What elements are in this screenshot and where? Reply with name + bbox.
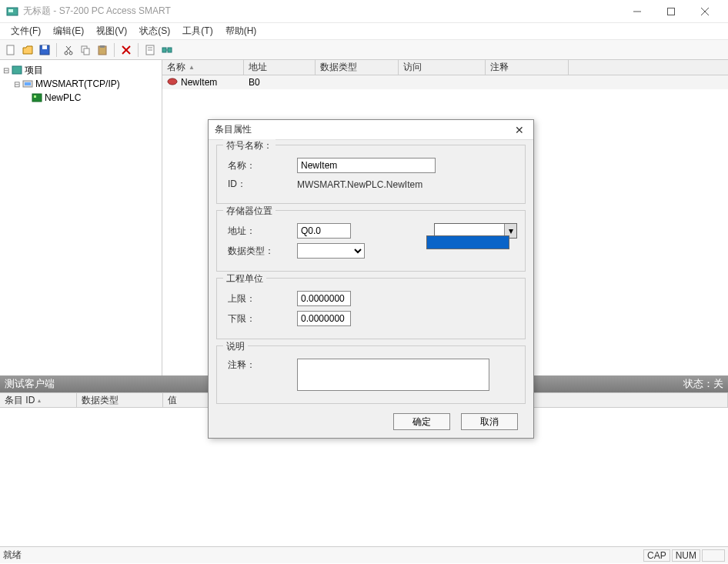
label-name: 名称： [228,159,297,172]
lower-input[interactable] [297,311,351,326]
col-type[interactable]: 数据类型 [316,60,399,75]
tree-node[interactable]: NewPLC [2,91,160,105]
svg-rect-29 [34,95,36,98]
plc-icon [31,92,43,103]
label-lower: 下限： [228,312,297,325]
tree-node[interactable]: ⊟ MWSMART(TCP/IP) [2,77,160,91]
status-indicator [702,549,725,562]
svg-rect-8 [42,45,47,49]
sort-asc-icon: ▴ [38,397,41,404]
group-legend: 说明 [223,340,248,353]
svg-point-10 [69,52,72,55]
svg-rect-22 [162,48,166,52]
item-properties-dialog: 条目属性 ✕ 符号名称： 名称： ID： MWSMART.NewPLC.NewI… [208,119,534,439]
toolbar-separator [138,43,139,57]
svg-rect-3 [668,8,675,15]
grid-header: 名称▲ 地址 数据类型 访问 注释 [162,60,728,75]
device-icon [22,78,34,89]
name-input[interactable] [297,158,436,173]
collapse-icon[interactable]: ⊟ [12,80,22,88]
upper-input[interactable] [297,291,351,306]
label-upper: 上限： [228,292,297,305]
delete-icon[interactable] [119,42,134,58]
sort-asc-icon: ▲ [189,64,195,71]
tree-label: NewPLC [45,92,81,103]
svg-rect-23 [168,48,172,52]
new-icon[interactable] [3,42,18,58]
svg-rect-27 [25,82,31,85]
col-addr[interactable]: 地址 [244,60,316,75]
grid-row[interactable]: NewItem B0 [162,75,728,89]
svg-rect-6 [7,45,14,55]
ok-button[interactable]: 确定 [393,413,450,430]
menu-status[interactable]: 状态(S) [133,23,176,39]
group-legend: 符号名称： [223,139,276,152]
group-symbol: 符号名称： 名称： ID： MWSMART.NewPLC.NewItem [216,145,526,204]
menu-view[interactable]: 视图(V) [90,23,133,39]
tree-panel: ⊟ 项目 ⊟ MWSMART(TCP/IP) NewPLC [0,60,162,375]
addr-input[interactable] [297,223,351,239]
comment-textarea[interactable] [297,359,489,391]
maximize-button[interactable] [654,0,688,23]
menu-edit[interactable]: 编辑(E) [47,23,90,39]
tc-col-type[interactable]: 数据类型 [77,393,163,407]
tree-label: MWSMART(TCP/IP) [35,78,120,89]
label-addr: 地址： [228,225,297,238]
item-icon [167,77,178,88]
group-legend: 工程单位 [223,272,266,285]
copy-icon[interactable] [78,42,93,58]
toolbar-separator [56,43,57,57]
minimize-button[interactable] [620,0,654,23]
dialog-titlebar[interactable]: 条目属性 ✕ [209,120,533,140]
open-icon[interactable] [20,42,35,58]
menu-file[interactable]: 文件(F) [5,23,47,39]
close-button[interactable] [688,0,722,23]
group-units: 工程单位 上限： 下限： [216,278,526,339]
access-dropdown-list[interactable] [426,235,509,249]
app-icon [6,5,18,18]
svg-point-30 [168,78,177,85]
group-storage: 存储器位置 地址： ▾ 数据类型： [216,210,526,272]
testclient-status: 状态：关 [683,377,723,391]
window-title: 无标题 - S7-200 PC Access SMART [23,5,620,18]
cancel-button[interactable]: 取消 [461,413,518,430]
statusbar: 就绪 CAP NUM [0,546,728,563]
label-comment: 注释： [228,359,297,372]
cap-indicator: CAP [643,549,670,562]
group-legend: 存储器位置 [223,205,276,218]
tree-label: 项目 [25,64,43,77]
label-datatype: 数据类型： [228,245,297,258]
status-text: 就绪 [3,549,642,562]
tc-col-id[interactable]: 条目 ID▴ [0,393,77,407]
item-name: NewItem [181,77,217,88]
properties-icon[interactable] [142,42,158,58]
label-id: ID： [228,178,297,191]
svg-point-9 [65,52,68,55]
menu-tools[interactable]: 工具(T) [176,23,219,39]
menu-help[interactable]: 帮助(H) [219,23,263,39]
svg-rect-25 [12,66,22,74]
num-indicator: NUM [672,549,700,562]
svg-rect-1 [8,9,13,12]
menubar: 文件(F) 编辑(E) 视图(V) 状态(S) 工具(T) 帮助(H) [0,23,728,40]
col-access[interactable]: 访问 [399,60,486,75]
col-comment[interactable]: 注释 [486,60,569,75]
paste-icon[interactable] [95,42,110,58]
dropdown-option[interactable] [427,236,509,249]
collapse-icon[interactable]: ⊟ [2,66,11,75]
datatype-select[interactable] [297,243,365,259]
save-icon[interactable] [37,42,52,58]
svg-rect-14 [84,48,89,55]
svg-rect-28 [32,94,42,102]
id-value: MWSMART.NewPLC.NewItem [297,179,422,190]
svg-rect-16 [100,45,105,48]
close-icon[interactable]: ✕ [512,124,527,136]
tree-root-item[interactable]: ⊟ 项目 [2,63,160,77]
cut-icon[interactable] [61,42,76,58]
connect-icon[interactable] [159,42,175,58]
toolbar [0,40,728,60]
project-icon [11,65,23,75]
titlebar: 无标题 - S7-200 PC Access SMART [0,0,728,23]
col-name[interactable]: 名称▲ [162,60,244,75]
toolbar-separator [114,43,115,57]
